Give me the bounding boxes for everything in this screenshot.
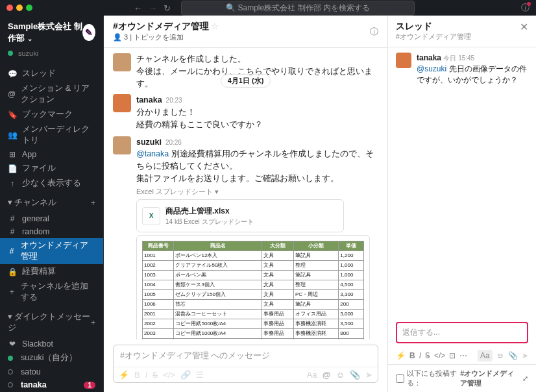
nav-item[interactable]: 👥メンバーディレクトリ (0, 122, 103, 148)
search-input[interactable]: 🔍 Sample株式会社 制作部 内を検索する (181, 1, 415, 16)
expand-icon[interactable]: ⤢ (522, 374, 528, 383)
close-icon[interactable]: ✕ (520, 21, 528, 33)
help-icon[interactable]: ⓘ (521, 2, 530, 14)
dm-item[interactable]: suzuki（自分） (0, 350, 103, 365)
dm-item[interactable]: tanaka1 (0, 378, 103, 391)
emoji-icon[interactable]: ☺ (496, 351, 504, 360)
lightning-icon[interactable]: ⚡ (396, 351, 406, 360)
channel-item[interactable]: #random (0, 225, 103, 238)
dm-item[interactable]: ❤Slackbot (0, 337, 103, 350)
add-icon[interactable]: + (91, 318, 95, 327)
section-channels[interactable]: ▾ チャンネル+ (0, 193, 103, 210)
attach-icon[interactable]: 📎 (508, 351, 518, 360)
add-icon[interactable]: + (91, 199, 95, 208)
message-composer[interactable]: #オウンドメディア管理 へのメッセージ ⚡ BIS̶ </>🔗☰ Aa @ ☺ … (113, 345, 378, 383)
channel-header: #オウンドメディア管理 ☆ 👤 3 | トピックを追加 ⓘ (104, 16, 387, 48)
add-topic[interactable]: トピックを追加 (134, 33, 184, 41)
nav-item[interactable]: 🔖ブックマーク (0, 107, 103, 122)
channel-item[interactable]: #general (0, 212, 103, 225)
thread-reply-input[interactable]: 返信する... (396, 322, 528, 343)
also-post-checkbox[interactable] (396, 374, 404, 383)
send-icon[interactable]: ➤ (365, 370, 372, 380)
channel-item[interactable]: +チャンネルを追加する (0, 279, 103, 305)
section-dm[interactable]: ▾ ダイレクトメッセージ+ (0, 308, 103, 335)
excel-icon: X (142, 207, 160, 225)
nav-back-icon[interactable]: ← (134, 3, 142, 13)
details-icon[interactable]: ⓘ (370, 26, 378, 38)
spreadsheet-preview: 商品番号商品名大分類小分類単価1001ボールペン12本入文具筆記具1,20010… (136, 235, 370, 339)
history-icon[interactable]: ↻ (164, 3, 171, 13)
nav-item[interactable]: 📄ファイル (0, 161, 103, 176)
star-icon[interactable]: ☆ (211, 21, 219, 31)
nav-item[interactable]: ↑少なく表示する (0, 176, 103, 191)
nav-forward-icon[interactable]: → (149, 3, 157, 13)
date-divider: 4月1日 (水) (221, 74, 271, 88)
file-attachment[interactable]: X 商品売上管理.xlsx14 kB Excel スプレッドシート (136, 199, 344, 232)
lightning-icon[interactable]: ⚡ (119, 370, 129, 380)
attach-icon[interactable]: 📎 (350, 370, 360, 380)
send-icon[interactable]: ➤ (522, 351, 528, 360)
channel-item[interactable]: 🔒経費精算 (0, 264, 103, 279)
compose-button[interactable]: ✎ (82, 24, 95, 41)
nav-item[interactable]: @メンション & リアクション (0, 81, 103, 107)
channel-item[interactable]: #オウンドメディア管理 (0, 238, 103, 264)
thread-title: スレッド (396, 21, 471, 32)
sidebar: Sample株式会社 制作部 ⌄ ✎ suzuki 💬スレッド@メンション & … (0, 16, 104, 392)
nav-item[interactable]: 💬スレッド (0, 66, 103, 81)
emoji-icon[interactable]: ☺ (336, 370, 345, 380)
dm-item[interactable]: satou (0, 365, 103, 378)
workspace-switcher[interactable]: Sample株式会社 制作部 ⌄ ✎ (0, 16, 103, 49)
nav-item[interactable]: ⊞App (0, 148, 103, 161)
mention-icon[interactable]: @ (323, 370, 331, 380)
